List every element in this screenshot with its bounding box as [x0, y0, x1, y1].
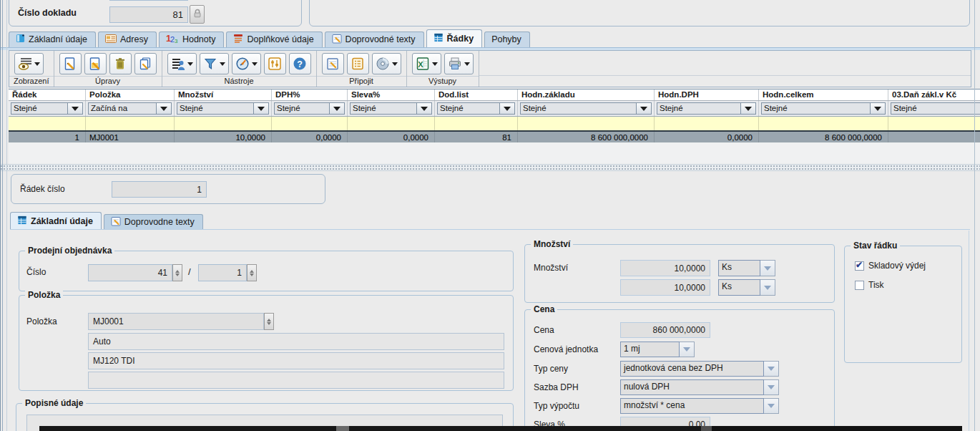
filter-dropdown-hodn-zakladu[interactable]: Stejné — [520, 102, 652, 115]
item-description-field[interactable]: MJ120 TDI — [88, 352, 504, 369]
grid-search-row[interactable] — [9, 117, 980, 130]
detail-tab-zakladni-udaje[interactable]: Základní údaje — [10, 212, 102, 230]
price-unit-combo[interactable]: 1 mj — [620, 342, 695, 357]
tab-pohyby[interactable]: Pohyby — [484, 32, 530, 47]
dropdown-arrow-icon[interactable] — [636, 103, 651, 114]
column-header-dodlist[interactable]: Dod.list — [435, 89, 518, 100]
column-header-hodn-dph[interactable]: Hodn.DPH — [655, 89, 759, 100]
column-header-radek[interactable]: Řádek — [9, 89, 86, 100]
dropdown-arrow-icon[interactable] — [870, 103, 885, 114]
checkbox-tisk[interactable] — [855, 281, 864, 290]
item-extra-field[interactable] — [88, 372, 504, 389]
checkbox-row-tisk[interactable]: Tisk — [855, 280, 884, 290]
settings-button[interactable] — [264, 53, 286, 74]
sales-order-line-spinner[interactable] — [247, 264, 257, 281]
attach-media-button[interactable] — [372, 53, 401, 74]
toolbar-group-label: Výstupy — [407, 77, 479, 87]
quantity-value-field-1[interactable]: 10,0000 — [620, 260, 710, 276]
item-code-field[interactable]: MJ0001 — [88, 313, 264, 330]
column-header-dph[interactable]: DPH% — [272, 89, 348, 100]
quantity-group: Množství Množství 10,0000 Ks 10,0000 Ks — [524, 244, 835, 303]
combo-value: množství * cena — [620, 398, 764, 414]
dropdown-arrow-icon[interactable] — [760, 260, 775, 276]
lock-button[interactable] — [190, 5, 205, 24]
delete-record-button[interactable] — [109, 53, 132, 74]
filter-dropdown-dodlist[interactable]: Stejné — [437, 102, 515, 115]
filter-dropdown-mnozstvi[interactable]: Stejné — [177, 102, 269, 115]
search-cell[interactable] — [759, 117, 888, 130]
tab-doprovodne-texty[interactable]: Doprovodné texty — [325, 32, 424, 47]
attach-note-button[interactable] — [322, 53, 344, 74]
filter-button[interactable] — [200, 53, 229, 74]
search-cell[interactable] — [655, 117, 759, 130]
dropdown-arrow-icon[interactable] — [764, 398, 779, 414]
sales-order-number-spinner[interactable] — [172, 264, 182, 281]
tab-hodnoty[interactable]: 123 Hodnoty — [159, 32, 225, 47]
dropdown-arrow-icon[interactable] — [499, 103, 514, 114]
filter-dropdown-dan-zakl[interactable]: Stejné — [891, 102, 980, 115]
column-header-mnozstvi[interactable]: Množství — [175, 89, 272, 100]
filter-dropdown-polozka[interactable]: Začíná na — [88, 102, 172, 115]
dropdown-arrow-icon[interactable] — [67, 103, 82, 114]
search-cell[interactable] — [888, 117, 980, 130]
tab-adresy[interactable]: Adresy — [98, 32, 157, 47]
search-cell[interactable] — [348, 117, 435, 130]
dropdown-arrow-icon[interactable] — [156, 103, 171, 114]
attach-list-button[interactable] — [347, 53, 369, 74]
quantity-unit-combo-1[interactable]: Ks — [718, 260, 775, 276]
related-records-button[interactable] — [167, 53, 197, 74]
filter-dropdown-hodn-celkem[interactable]: Stejné — [761, 102, 886, 115]
search-cell[interactable] — [518, 117, 655, 130]
column-header-hodn-celkem[interactable]: Hodn.celkem — [759, 89, 888, 100]
dropdown-arrow-icon[interactable] — [760, 279, 775, 296]
row-number-field[interactable]: 1 — [112, 181, 207, 198]
tab-zakladni-udaje[interactable]: Základní údaje — [9, 32, 96, 47]
dropdown-arrow-icon[interactable] — [680, 342, 695, 357]
previous-field-clipped[interactable] — [109, 0, 188, 1]
filter-dropdown-hodn-dph[interactable]: Stejné — [657, 102, 756, 115]
checkbox-skladovy-vydej[interactable] — [855, 261, 864, 271]
search-cell[interactable] — [435, 117, 518, 130]
search-cell[interactable] — [86, 117, 175, 130]
copy-record-button[interactable] — [134, 53, 157, 74]
doc-number-field[interactable]: 81 — [109, 6, 188, 23]
horizontal-splitter[interactable] — [0, 164, 980, 171]
quantity-value-field-2[interactable]: 10,0000 — [620, 279, 710, 296]
column-header-hodn-zakladu[interactable]: Hodn.základu — [518, 89, 655, 100]
vat-rate-combo[interactable]: nulová DPH — [620, 379, 779, 395]
export-excel-button[interactable]: X — [412, 53, 441, 74]
search-cell[interactable] — [9, 117, 86, 130]
detail-tab-doprovodne-texty[interactable]: Doprovodne texty — [104, 214, 203, 230]
dropdown-arrow-icon[interactable] — [740, 103, 755, 114]
column-header-sleva[interactable]: Sleva% — [348, 89, 435, 100]
help-button[interactable]: ? — [289, 53, 311, 74]
dropdown-arrow-icon[interactable] — [329, 103, 344, 114]
filter-dropdown-radek[interactable]: Stejné — [11, 102, 83, 115]
dropdown-arrow-icon[interactable] — [764, 379, 779, 395]
checkbox-row-skladovy-vydej[interactable]: Skladový výdej — [855, 261, 926, 271]
search-cell[interactable] — [272, 117, 348, 130]
column-header-polozka[interactable]: Položka — [86, 89, 175, 100]
column-header-dan-zakl[interactable]: 03.Daň zákl.v Kč — [888, 89, 980, 100]
calc-type-combo[interactable]: množství * cena — [620, 398, 779, 414]
dropdown-arrow-icon[interactable] — [253, 103, 268, 114]
print-button[interactable] — [444, 53, 474, 74]
filter-dropdown-dph[interactable]: Stejné — [274, 102, 345, 115]
history-button[interactable] — [232, 53, 261, 74]
search-cell[interactable] — [175, 117, 272, 130]
edit-record-button[interactable] — [84, 53, 107, 74]
new-record-button[interactable] — [59, 53, 82, 74]
price-type-combo[interactable]: jednotková cena bez DPH — [620, 361, 779, 377]
dropdown-arrow-icon[interactable] — [416, 103, 431, 114]
tab-doplnkove-udaje[interactable]: Doplňkové údaje — [226, 32, 322, 47]
view-button[interactable] — [14, 53, 44, 74]
item-name-field[interactable]: Auto — [88, 333, 504, 350]
sales-order-number-field[interactable]: 41 — [88, 264, 172, 281]
dropdown-arrow-icon[interactable] — [764, 361, 779, 377]
item-code-spinner[interactable] — [264, 313, 274, 330]
price-value-field[interactable]: 860 000,0000 — [620, 322, 710, 338]
quantity-unit-combo-2[interactable]: Ks — [718, 279, 775, 296]
sales-order-line-field[interactable]: 1 — [198, 264, 247, 281]
tab-radky[interactable]: Řádky — [426, 29, 483, 47]
filter-dropdown-sleva[interactable]: Stejné — [350, 102, 432, 115]
